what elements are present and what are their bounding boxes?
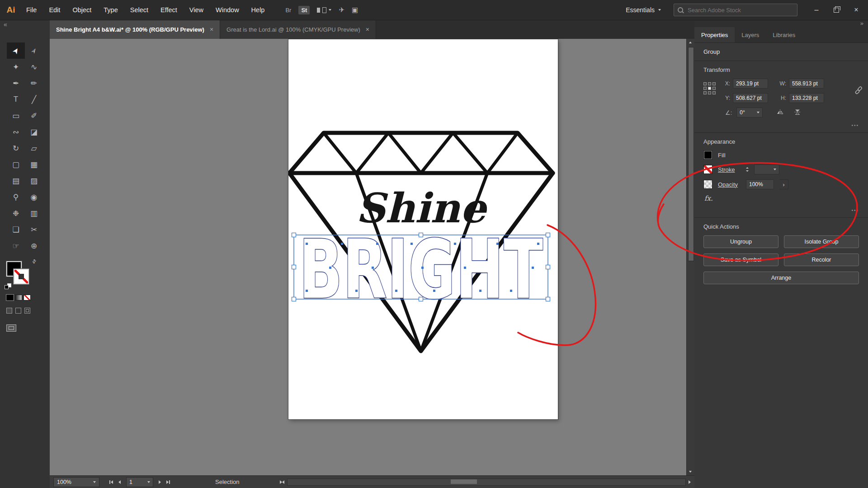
document-tab-inactive[interactable]: Great is the Lord.ai @ 100% (CMYK/GPU Pr… bbox=[220, 20, 376, 39]
canvas-area[interactable]: Shine BRIGHT bbox=[50, 39, 686, 475]
stepper-up-icon[interactable] bbox=[746, 167, 749, 169]
menu-edit[interactable]: Edit bbox=[49, 6, 60, 14]
stroke-label[interactable]: Stroke bbox=[718, 166, 741, 173]
magic-wand-tool[interactable]: ✦ bbox=[7, 59, 25, 75]
toolbar-collapse[interactable]: « bbox=[0, 20, 50, 39]
opacity-swatch[interactable] bbox=[703, 180, 712, 189]
last-artboard-button[interactable] bbox=[166, 480, 170, 484]
tab-properties[interactable]: Properties bbox=[694, 27, 735, 42]
restore-window-button[interactable] bbox=[826, 3, 846, 17]
selection-tool[interactable]: ➤ bbox=[7, 42, 25, 59]
scroll-right-icon[interactable] bbox=[689, 480, 691, 484]
horizontal-scroll-thumb[interactable] bbox=[451, 479, 477, 484]
workspace-switcher[interactable]: Essentials bbox=[626, 6, 661, 14]
document-tab-active[interactable]: Shine Bright A4 b&W.ai* @ 100% (RGB/GPU … bbox=[50, 20, 220, 39]
scroll-left-icon[interactable] bbox=[282, 480, 284, 484]
swap-fill-stroke-icon[interactable]: ⇄ bbox=[31, 258, 38, 265]
fill-label[interactable]: Fill bbox=[718, 152, 741, 159]
x-field[interactable]: 293.19 pt bbox=[733, 79, 768, 89]
gradient-tool[interactable]: ▨ bbox=[25, 173, 43, 189]
horizontal-scrollbar[interactable] bbox=[287, 479, 686, 486]
scroll-up-icon[interactable] bbox=[689, 42, 692, 43]
menu-effect[interactable]: Effect bbox=[160, 6, 177, 14]
mesh-tool[interactable]: ▤ bbox=[7, 173, 25, 189]
fill-color-swatch[interactable] bbox=[703, 150, 712, 160]
paintbrush-tool[interactable]: ✐ bbox=[25, 108, 43, 124]
minimize-window-button[interactable]: – bbox=[807, 3, 826, 17]
menu-select[interactable]: Select bbox=[130, 6, 148, 14]
tab-layers[interactable]: Layers bbox=[735, 27, 766, 42]
panel-expand[interactable]: » bbox=[694, 20, 868, 27]
save-as-symbol-button[interactable]: Save as Symbol bbox=[703, 253, 778, 266]
flip-horizontal-icon[interactable] bbox=[776, 109, 784, 117]
type-tool[interactable]: T bbox=[7, 91, 25, 108]
rotate-tool[interactable]: ↻ bbox=[7, 140, 25, 156]
menu-view[interactable]: View bbox=[189, 6, 203, 14]
blend-tool[interactable]: ◉ bbox=[25, 189, 43, 205]
stroke-swatch[interactable] bbox=[14, 269, 29, 284]
free-transform-tool[interactable]: ▢ bbox=[7, 156, 25, 173]
stepper-down-icon[interactable] bbox=[746, 170, 749, 172]
stroke-weight-stepper[interactable] bbox=[746, 167, 749, 172]
artboard-number-select[interactable]: 1 bbox=[126, 477, 153, 487]
zoom-tool[interactable]: ⊕ bbox=[25, 238, 43, 254]
menu-file[interactable]: File bbox=[26, 6, 37, 14]
stroke-weight-select[interactable] bbox=[754, 164, 779, 174]
symbol-sprayer-tool[interactable]: ❉ bbox=[7, 205, 25, 221]
search-input[interactable] bbox=[687, 6, 779, 14]
rectangle-tool[interactable]: ▭ bbox=[7, 108, 25, 124]
eraser-tool[interactable]: ◪ bbox=[25, 124, 43, 140]
default-fill-stroke-icon[interactable] bbox=[5, 283, 11, 289]
rotation-angle-select[interactable]: 0° bbox=[736, 108, 763, 117]
curvature-tool[interactable]: ✏ bbox=[25, 75, 43, 91]
draw-normal-icon[interactable] bbox=[6, 308, 12, 314]
width-field[interactable]: 558.913 pt bbox=[789, 79, 824, 89]
arrange-button[interactable]: Arrange bbox=[703, 272, 859, 284]
none-button[interactable] bbox=[24, 295, 31, 300]
menu-type[interactable]: Type bbox=[104, 6, 118, 14]
zoom-level-select[interactable]: 100% bbox=[53, 477, 99, 487]
column-graph-tool[interactable]: ▥ bbox=[25, 205, 43, 221]
reference-point-locator[interactable] bbox=[703, 82, 716, 103]
stroke-color-swatch[interactable] bbox=[703, 165, 712, 174]
previous-artboard-button[interactable] bbox=[118, 480, 121, 484]
vertical-scrollbar[interactable] bbox=[686, 39, 694, 475]
draw-behind-icon[interactable] bbox=[15, 308, 21, 314]
scroll-down-icon[interactable] bbox=[689, 471, 692, 473]
ungroup-button[interactable]: Ungroup bbox=[703, 235, 778, 248]
opacity-field[interactable]: 100% bbox=[746, 179, 774, 189]
screen-share-icon[interactable]: ▣ bbox=[352, 6, 358, 14]
transform-more-options[interactable]: ••• bbox=[703, 123, 859, 128]
menu-object[interactable]: Object bbox=[72, 6, 91, 14]
hand-tool[interactable]: ☞ bbox=[7, 238, 25, 254]
isolate-group-button[interactable]: Isolate Group bbox=[784, 235, 859, 248]
shaper-tool[interactable]: ∾ bbox=[7, 124, 25, 140]
close-tab-icon[interactable]: × bbox=[210, 26, 213, 33]
close-window-button[interactable]: × bbox=[846, 3, 866, 17]
perspective-grid-tool[interactable]: ▦ bbox=[25, 156, 43, 173]
flip-vertical-icon[interactable] bbox=[794, 109, 801, 117]
vertical-scroll-thumb[interactable] bbox=[688, 47, 694, 261]
arrange-documents-button[interactable] bbox=[317, 7, 331, 13]
stock-button[interactable]: St bbox=[298, 6, 310, 14]
color-button[interactable] bbox=[6, 295, 14, 300]
recolor-button[interactable]: Recolor bbox=[784, 253, 859, 266]
slice-tool[interactable]: ✂ bbox=[25, 221, 43, 238]
height-field[interactable]: 133.228 pt bbox=[789, 93, 824, 103]
artboard-tool[interactable]: ❏ bbox=[7, 221, 25, 238]
screen-mode-button[interactable] bbox=[6, 324, 16, 332]
scale-tool[interactable]: ▱ bbox=[25, 140, 43, 156]
menu-window[interactable]: Window bbox=[216, 6, 239, 14]
draw-inside-icon[interactable] bbox=[24, 308, 30, 314]
share-icon[interactable]: ✈ bbox=[339, 6, 344, 14]
bridge-button[interactable]: Br bbox=[285, 7, 291, 14]
direct-selection-tool[interactable]: ➢ bbox=[25, 42, 43, 59]
lasso-tool[interactable]: ∿ bbox=[25, 59, 43, 75]
opacity-options-icon[interactable]: › bbox=[779, 179, 788, 189]
next-artboard-button[interactable] bbox=[159, 480, 161, 484]
pen-tool[interactable]: ✒ bbox=[7, 75, 25, 91]
line-segment-tool[interactable]: ╱ bbox=[25, 91, 43, 108]
menu-help[interactable]: Help bbox=[251, 6, 265, 14]
first-artboard-button[interactable] bbox=[109, 480, 113, 484]
eyedropper-tool[interactable]: ⚲ bbox=[7, 189, 25, 205]
